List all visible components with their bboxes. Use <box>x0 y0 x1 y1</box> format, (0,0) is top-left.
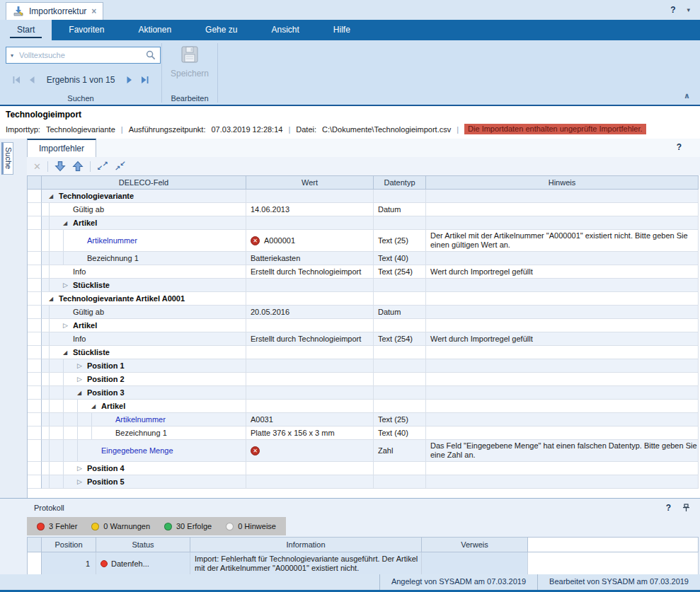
collapse-node-icon[interactable]: ◢ <box>91 403 101 410</box>
table-row[interactable]: Artikelnummer✕A000001Text (25)Der Artike… <box>28 230 699 252</box>
table-row[interactable]: ◢Technologievariante Artikel A0001 <box>28 292 699 306</box>
table-row[interactable]: ◢Position 3 <box>28 386 699 400</box>
row-indicator[interactable] <box>28 265 42 279</box>
field-cell[interactable]: ▷Position 1 <box>42 359 246 373</box>
wert-cell[interactable]: 20.05.2016 <box>246 306 374 319</box>
row-indicator[interactable] <box>28 413 42 426</box>
wert-cell[interactable]: A0031 <box>246 413 374 426</box>
expand-node-icon[interactable]: ▷ <box>63 322 73 329</box>
expand-node-icon[interactable]: ▷ <box>77 465 87 472</box>
row-indicator[interactable] <box>28 292 42 306</box>
table-row[interactable]: Bezeichnung 1Platte 376 x 156 x 3 mmText… <box>28 426 699 440</box>
row-indicator[interactable] <box>28 426 42 440</box>
wert-cell[interactable]: Batteriekasten <box>246 252 374 265</box>
table-row[interactable]: 1Datenfeh...Import: Fehlerhaft für Techn… <box>28 552 699 575</box>
table-row[interactable]: ◢Technologievariante <box>28 190 699 203</box>
wert-cell[interactable] <box>246 373 374 386</box>
collapse-node-icon[interactable]: ◢ <box>77 390 87 396</box>
field-cell[interactable]: Gültig ab <box>42 203 246 216</box>
wert-cell[interactable]: ✕ <box>246 440 374 462</box>
protokoll-help-icon[interactable]: ? <box>666 503 671 513</box>
tab-importfehler[interactable]: Importfehler <box>27 139 96 157</box>
wert-cell[interactable]: 14.06.2013 <box>246 203 374 216</box>
field-cell[interactable]: Gültig ab <box>42 306 246 319</box>
field-cell[interactable]: ◢Technologievariante Artikel A0001 <box>42 292 246 306</box>
row-indicator[interactable] <box>28 332 42 346</box>
table-row[interactable]: Gültig ab20.05.2016Datum <box>28 306 699 319</box>
row-indicator[interactable] <box>28 400 42 413</box>
table-row[interactable]: ArtikelnummerA0031Text (25) <box>28 413 699 426</box>
table-row[interactable]: Bezeichnung 1BatteriekastenText (40) <box>28 252 699 265</box>
row-indicator[interactable] <box>28 386 42 400</box>
row-indicator[interactable] <box>28 203 42 216</box>
search-icon[interactable] <box>146 50 156 60</box>
field-cell[interactable]: ▷Position 5 <box>42 475 246 489</box>
field-cell[interactable]: Artikelnummer <box>42 230 246 252</box>
ribbon-tab-aktionen[interactable]: Aktionen <box>121 20 188 40</box>
expand-all-icon[interactable]: ↗↙ <box>97 161 108 172</box>
wert-cell[interactable] <box>246 190 374 203</box>
column-header-deleco-feld[interactable]: DELECO-Feld <box>42 175 246 190</box>
table-row[interactable]: ▷Position 2 <box>28 373 699 386</box>
wert-cell[interactable] <box>246 475 374 489</box>
wert-cell[interactable]: Erstellt durch Technologieimport <box>246 332 374 346</box>
table-row[interactable]: ◢Artikel <box>28 216 699 230</box>
expand-node-icon[interactable]: ▷ <box>77 376 87 383</box>
row-indicator[interactable] <box>28 359 42 373</box>
column-header-position[interactable]: Position <box>42 537 96 552</box>
wert-cell[interactable] <box>246 346 374 359</box>
row-indicator[interactable] <box>28 346 42 359</box>
collapse-all-icon[interactable]: ↙↗ <box>115 161 126 172</box>
wert-cell[interactable] <box>246 216 374 230</box>
row-indicator[interactable] <box>28 216 42 230</box>
field-cell[interactable]: ▷Stückliste <box>42 279 246 292</box>
delete-icon[interactable]: ✕ <box>33 161 41 172</box>
field-cell[interactable]: ▷Artikel <box>42 319 246 332</box>
column-header-wert[interactable]: Wert <box>246 175 374 190</box>
help-icon[interactable]: ? <box>670 5 675 15</box>
last-result-button[interactable] <box>140 76 149 84</box>
collapse-ribbon-icon[interactable]: ∧ <box>684 91 690 100</box>
pin-icon[interactable] <box>682 504 690 512</box>
wert-cell[interactable]: Platte 376 x 156 x 3 mm <box>246 426 374 440</box>
column-header-hinweis[interactable]: Hinweis <box>426 175 699 190</box>
move-up-icon[interactable] <box>72 161 84 172</box>
field-cell[interactable]: ◢Artikel <box>42 216 246 230</box>
field-cell[interactable]: ◢Position 3 <box>42 386 246 400</box>
sidebar-tab-suche[interactable]: Suche <box>1 142 13 175</box>
tab-help-icon[interactable]: ? <box>677 142 682 152</box>
collapse-node-icon[interactable]: ◢ <box>63 349 73 356</box>
column-header-verweis[interactable]: Verweis <box>422 537 528 552</box>
filter-chip-30-erfolge[interactable]: 30 Erfolge <box>164 522 212 530</box>
ribbon-tab-start[interactable]: Start <box>0 20 52 40</box>
expand-node-icon[interactable]: ▷ <box>63 282 73 289</box>
row-indicator[interactable] <box>28 373 42 386</box>
row-indicator[interactable] <box>28 279 42 292</box>
wert-cell[interactable] <box>246 279 374 292</box>
table-row[interactable]: ▷Position 4 <box>28 462 699 475</box>
row-indicator[interactable] <box>28 190 42 203</box>
field-cell[interactable]: ▷Position 4 <box>42 462 246 475</box>
field-cell[interactable]: Eingegebene Menge <box>42 440 246 462</box>
ribbon-tab-favoriten[interactable]: Favoriten <box>52 20 121 40</box>
table-row[interactable]: Eingegebene Menge✕ZahlDas Feld "Eingegeb… <box>28 440 699 462</box>
move-down-icon[interactable] <box>54 161 66 172</box>
table-row[interactable]: ▷Position 1 <box>28 359 699 373</box>
expand-node-icon[interactable]: ▷ <box>77 478 87 485</box>
wert-cell[interactable] <box>246 292 374 306</box>
field-cell[interactable]: ◢Technologievariante <box>42 190 246 203</box>
field-cell[interactable]: ◢Artikel <box>42 400 246 413</box>
wert-cell[interactable] <box>246 319 374 332</box>
ribbon-tab-gehe-zu[interactable]: Gehe zu <box>188 20 254 40</box>
field-cell[interactable]: Info <box>42 332 246 346</box>
field-cell[interactable]: ◢Stückliste <box>42 346 246 359</box>
wert-cell[interactable] <box>246 386 374 400</box>
row-indicator[interactable] <box>28 462 42 475</box>
field-cell[interactable]: Info <box>42 265 246 279</box>
row-indicator[interactable] <box>28 306 42 319</box>
first-result-button[interactable] <box>12 76 21 84</box>
field-cell[interactable]: Bezeichnung 1 <box>42 252 246 265</box>
save-button[interactable]: Speichern <box>162 45 217 88</box>
row-indicator[interactable] <box>28 552 42 575</box>
row-indicator[interactable] <box>28 252 42 265</box>
